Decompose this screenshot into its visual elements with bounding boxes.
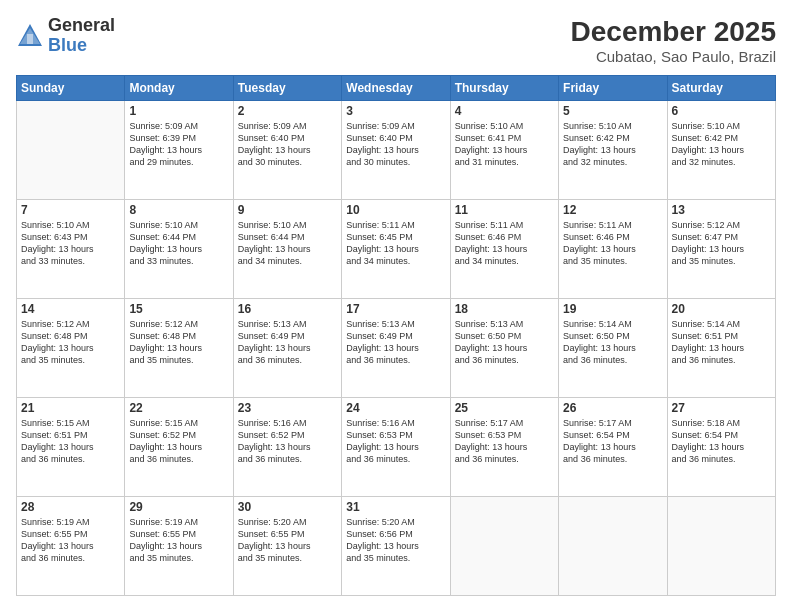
calendar-cell: 4Sunrise: 5:10 AM Sunset: 6:41 PM Daylig… [450,101,558,200]
logo-general-text: General [48,16,115,36]
subtitle: Cubatao, Sao Paulo, Brazil [571,48,776,65]
calendar-header-friday: Friday [559,76,667,101]
day-info: Sunrise: 5:10 AM Sunset: 6:43 PM Dayligh… [21,219,120,268]
calendar-week-row: 1Sunrise: 5:09 AM Sunset: 6:39 PM Daylig… [17,101,776,200]
day-info: Sunrise: 5:14 AM Sunset: 6:50 PM Dayligh… [563,318,662,367]
calendar-cell: 31Sunrise: 5:20 AM Sunset: 6:56 PM Dayli… [342,497,450,596]
svg-rect-2 [27,34,33,44]
day-info: Sunrise: 5:17 AM Sunset: 6:53 PM Dayligh… [455,417,554,466]
calendar-cell: 9Sunrise: 5:10 AM Sunset: 6:44 PM Daylig… [233,200,341,299]
day-info: Sunrise: 5:20 AM Sunset: 6:55 PM Dayligh… [238,516,337,565]
day-info: Sunrise: 5:10 AM Sunset: 6:44 PM Dayligh… [238,219,337,268]
title-section: December 2025 Cubatao, Sao Paulo, Brazil [571,16,776,65]
logo-text: General Blue [48,16,115,56]
page: General Blue December 2025 Cubatao, Sao … [0,0,792,612]
calendar-cell: 8Sunrise: 5:10 AM Sunset: 6:44 PM Daylig… [125,200,233,299]
logo-icon [16,22,44,50]
day-number: 20 [672,302,771,316]
day-number: 17 [346,302,445,316]
calendar-cell: 6Sunrise: 5:10 AM Sunset: 6:42 PM Daylig… [667,101,775,200]
calendar-table: SundayMondayTuesdayWednesdayThursdayFrid… [16,75,776,596]
day-info: Sunrise: 5:09 AM Sunset: 6:39 PM Dayligh… [129,120,228,169]
calendar-cell [450,497,558,596]
calendar-cell: 17Sunrise: 5:13 AM Sunset: 6:49 PM Dayli… [342,299,450,398]
calendar-cell: 22Sunrise: 5:15 AM Sunset: 6:52 PM Dayli… [125,398,233,497]
day-info: Sunrise: 5:10 AM Sunset: 6:42 PM Dayligh… [563,120,662,169]
calendar-cell [17,101,125,200]
calendar-cell: 14Sunrise: 5:12 AM Sunset: 6:48 PM Dayli… [17,299,125,398]
day-number: 1 [129,104,228,118]
day-info: Sunrise: 5:12 AM Sunset: 6:48 PM Dayligh… [129,318,228,367]
day-number: 22 [129,401,228,415]
day-number: 7 [21,203,120,217]
day-info: Sunrise: 5:13 AM Sunset: 6:49 PM Dayligh… [346,318,445,367]
calendar-cell: 27Sunrise: 5:18 AM Sunset: 6:54 PM Dayli… [667,398,775,497]
day-number: 24 [346,401,445,415]
day-info: Sunrise: 5:10 AM Sunset: 6:44 PM Dayligh… [129,219,228,268]
day-number: 28 [21,500,120,514]
calendar-week-row: 28Sunrise: 5:19 AM Sunset: 6:55 PM Dayli… [17,497,776,596]
day-info: Sunrise: 5:11 AM Sunset: 6:46 PM Dayligh… [455,219,554,268]
calendar-cell: 24Sunrise: 5:16 AM Sunset: 6:53 PM Dayli… [342,398,450,497]
calendar-cell: 11Sunrise: 5:11 AM Sunset: 6:46 PM Dayli… [450,200,558,299]
day-number: 18 [455,302,554,316]
calendar-cell: 28Sunrise: 5:19 AM Sunset: 6:55 PM Dayli… [17,497,125,596]
day-info: Sunrise: 5:12 AM Sunset: 6:47 PM Dayligh… [672,219,771,268]
day-number: 29 [129,500,228,514]
calendar-header-thursday: Thursday [450,76,558,101]
day-info: Sunrise: 5:19 AM Sunset: 6:55 PM Dayligh… [129,516,228,565]
day-number: 25 [455,401,554,415]
main-title: December 2025 [571,16,776,48]
day-info: Sunrise: 5:12 AM Sunset: 6:48 PM Dayligh… [21,318,120,367]
calendar-cell: 18Sunrise: 5:13 AM Sunset: 6:50 PM Dayli… [450,299,558,398]
calendar-cell: 16Sunrise: 5:13 AM Sunset: 6:49 PM Dayli… [233,299,341,398]
day-number: 12 [563,203,662,217]
day-info: Sunrise: 5:09 AM Sunset: 6:40 PM Dayligh… [346,120,445,169]
calendar-cell: 13Sunrise: 5:12 AM Sunset: 6:47 PM Dayli… [667,200,775,299]
calendar-cell: 23Sunrise: 5:16 AM Sunset: 6:52 PM Dayli… [233,398,341,497]
day-info: Sunrise: 5:20 AM Sunset: 6:56 PM Dayligh… [346,516,445,565]
calendar-cell: 15Sunrise: 5:12 AM Sunset: 6:48 PM Dayli… [125,299,233,398]
logo-blue-text: Blue [48,36,115,56]
calendar-week-row: 21Sunrise: 5:15 AM Sunset: 6:51 PM Dayli… [17,398,776,497]
calendar-cell: 10Sunrise: 5:11 AM Sunset: 6:45 PM Dayli… [342,200,450,299]
calendar-cell: 21Sunrise: 5:15 AM Sunset: 6:51 PM Dayli… [17,398,125,497]
logo: General Blue [16,16,115,56]
day-number: 19 [563,302,662,316]
day-number: 27 [672,401,771,415]
day-number: 21 [21,401,120,415]
header: General Blue December 2025 Cubatao, Sao … [16,16,776,65]
calendar-cell: 12Sunrise: 5:11 AM Sunset: 6:46 PM Dayli… [559,200,667,299]
day-info: Sunrise: 5:14 AM Sunset: 6:51 PM Dayligh… [672,318,771,367]
calendar-cell [667,497,775,596]
day-number: 5 [563,104,662,118]
day-number: 2 [238,104,337,118]
calendar-header-monday: Monday [125,76,233,101]
day-number: 23 [238,401,337,415]
calendar-cell: 26Sunrise: 5:17 AM Sunset: 6:54 PM Dayli… [559,398,667,497]
day-number: 6 [672,104,771,118]
day-info: Sunrise: 5:18 AM Sunset: 6:54 PM Dayligh… [672,417,771,466]
day-info: Sunrise: 5:16 AM Sunset: 6:52 PM Dayligh… [238,417,337,466]
day-info: Sunrise: 5:17 AM Sunset: 6:54 PM Dayligh… [563,417,662,466]
calendar-header-row: SundayMondayTuesdayWednesdayThursdayFrid… [17,76,776,101]
day-number: 31 [346,500,445,514]
day-number: 15 [129,302,228,316]
day-number: 16 [238,302,337,316]
calendar-cell [559,497,667,596]
calendar-cell: 5Sunrise: 5:10 AM Sunset: 6:42 PM Daylig… [559,101,667,200]
calendar-cell: 3Sunrise: 5:09 AM Sunset: 6:40 PM Daylig… [342,101,450,200]
day-info: Sunrise: 5:11 AM Sunset: 6:46 PM Dayligh… [563,219,662,268]
calendar-header-saturday: Saturday [667,76,775,101]
day-number: 13 [672,203,771,217]
calendar-cell: 29Sunrise: 5:19 AM Sunset: 6:55 PM Dayli… [125,497,233,596]
calendar-cell: 7Sunrise: 5:10 AM Sunset: 6:43 PM Daylig… [17,200,125,299]
day-info: Sunrise: 5:13 AM Sunset: 6:50 PM Dayligh… [455,318,554,367]
calendar-cell: 2Sunrise: 5:09 AM Sunset: 6:40 PM Daylig… [233,101,341,200]
calendar-header-tuesday: Tuesday [233,76,341,101]
day-info: Sunrise: 5:10 AM Sunset: 6:41 PM Dayligh… [455,120,554,169]
calendar-week-row: 7Sunrise: 5:10 AM Sunset: 6:43 PM Daylig… [17,200,776,299]
day-number: 3 [346,104,445,118]
day-number: 8 [129,203,228,217]
calendar-cell: 20Sunrise: 5:14 AM Sunset: 6:51 PM Dayli… [667,299,775,398]
